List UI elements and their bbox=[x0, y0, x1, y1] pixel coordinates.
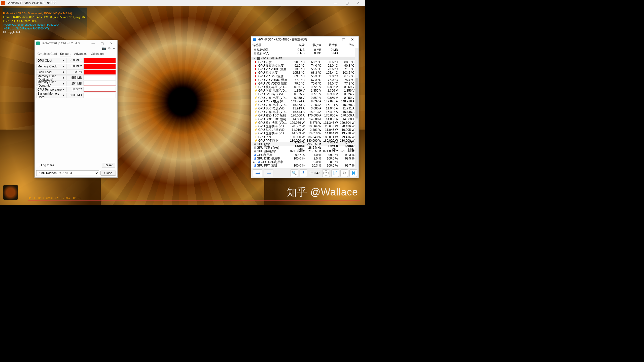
sensor-row[interactable]: ⚡GPU PPT180.000 W36.543 W180.001 W179.41… bbox=[251, 135, 359, 139]
sensor-row[interactable]: ▮GPU VR VDDC 温度73.5 °C55.5 °C73.6 °C71.6… bbox=[251, 67, 359, 71]
volt-icon: ⚡ bbox=[254, 89, 258, 92]
sensor-name: GPU利用率 bbox=[257, 153, 288, 157]
sensor-row[interactable]: ⚡GPU 核心 TDC 限制170.000 A170.000 A170.000 … bbox=[251, 114, 359, 117]
search-icon[interactable]: 🔍 bbox=[291, 169, 298, 177]
maximize-button[interactable]: ▢ bbox=[341, 0, 353, 6]
tab-advanced[interactable]: Advanced bbox=[74, 52, 88, 57]
sensor-row[interactable]: ⚡GPU 内存 电压 (VDDCI_M...0.850 V0.850 V0.85… bbox=[251, 96, 359, 99]
tab-validation[interactable]: Validation bbox=[90, 52, 104, 57]
nav-back-forward-icon[interactable]: ⬅➡ bbox=[253, 169, 262, 177]
sensor-label[interactable]: System Memory Used▼ bbox=[36, 93, 66, 98]
scrollbar[interactable] bbox=[355, 48, 359, 168]
sensor-name: GPU 内存 电压 (VDDIO) bbox=[258, 89, 288, 92]
sensor-row[interactable]: ⚡GPU 内存 电压 (VDDIO)1.356 V1.356 V1.356 V1… bbox=[251, 89, 359, 92]
hwinfo-sensor-body[interactable]: 总计读取0 MB0 MB0 MB总计写入0 MB0 MB0 MB▾GPU [#0… bbox=[251, 48, 359, 168]
sensor-row[interactable]: ⚡GPU 核心电压 (VDDCR_GFX)0.867 V0.729 V0.892… bbox=[251, 85, 359, 89]
sensor-row[interactable]: GPU PPT 限制100.0 %20.3 %100.0 %99.7 % bbox=[251, 164, 359, 167]
sensor-row[interactable]: ⚡GPU 显存功率 (VDDIO)20.552 W10.664 W20.603 … bbox=[251, 125, 359, 128]
sensor-value: 100 % bbox=[66, 69, 84, 75]
close-button-footer[interactable]: Close bbox=[100, 171, 116, 176]
sensor-name: GPU 核心功率 (VDDCR_GFX) bbox=[258, 121, 288, 125]
close-sensors-icon[interactable]: ✖ bbox=[349, 169, 357, 177]
expand-icon[interactable]: ▸ bbox=[253, 160, 255, 164]
close-button[interactable]: ✕ bbox=[348, 37, 357, 42]
sensor-row[interactable]: ▮GPU 热点温度105.3 °C68.3 °C105.4 °C103.5 °C bbox=[251, 71, 359, 74]
sensor-name: GPU VR SoC 温度 bbox=[258, 74, 288, 78]
volt-icon: ⚡ bbox=[254, 110, 258, 113]
sensor-row[interactable]: GPU D3D 使用率100.0 %2.5 %100.0 %99.5 % bbox=[251, 157, 359, 160]
usage-icon bbox=[254, 154, 256, 156]
sensor-row[interactable]: 总计读取0 MB0 MB0 MB bbox=[251, 48, 359, 52]
sensor-label[interactable]: Memory Used (Dynamic)▼ bbox=[36, 81, 66, 86]
hwinfo-column-headers: 传感器 实际 最小值 最大值 平均 bbox=[251, 43, 359, 48]
elapsed-time: 0:10:47 bbox=[310, 171, 320, 175]
collapse-icon[interactable]: ▾ bbox=[252, 57, 257, 60]
sensor-name: GPU D3D利用率 bbox=[261, 160, 288, 164]
sensor-row[interactable]: ▮GPU 温度90.5 °C68.2 °C90.6 °C88.9 °C bbox=[251, 60, 359, 64]
sensor-label[interactable]: CPU Temperature▼ bbox=[36, 87, 66, 92]
furmark-logo-icon bbox=[3, 185, 18, 200]
minimize-button[interactable]: — bbox=[89, 40, 98, 46]
sensor-row[interactable]: ⚡GPU 内存 电流 (VDDCI_M...16.474 A15.313 A16… bbox=[251, 110, 359, 114]
sensor-label[interactable]: Memory Clock▼ bbox=[36, 64, 66, 69]
sensor-row: Memory Clock▼0.0 MHz bbox=[36, 63, 116, 69]
log-to-file-checkbox[interactable]: Log to file bbox=[37, 164, 54, 167]
tab-graphics-card[interactable]: Graphics Card bbox=[37, 52, 57, 57]
nav-expand-icon[interactable]: ⬅➡ bbox=[264, 169, 273, 177]
save-log-icon[interactable]: 📄 bbox=[331, 169, 339, 177]
sensor-label[interactable]: Memory Used (Dedicated)▼ bbox=[36, 75, 66, 81]
gpu-select[interactable]: AMD Radeon RX 5700 XT bbox=[36, 170, 99, 176]
temp-icon: ▮ bbox=[254, 61, 258, 64]
sensor-row[interactable]: ⚡GPU SoC 电压 (VDDCR_S...0.925 V0.778 V0.9… bbox=[251, 92, 359, 96]
sensor-row[interactable]: ▮GPU 显存结点温度92.0 °C74.0 °C92.0 °C90.3 °C bbox=[251, 64, 359, 67]
gpu-section-header[interactable]: ▾GPU [#0]: AMD Radeon R... bbox=[251, 57, 359, 60]
furmark-titlebar[interactable]: Geeks3D FurMark v1.35.0.0 - 96FPS — ▢ ✕ bbox=[0, 0, 365, 6]
sensor-label[interactable]: GPU Load▼ bbox=[36, 69, 66, 75]
sensor-name: GPU SoC 功耗 (VDDCR_S... bbox=[258, 128, 288, 132]
sensor-name: GPU D3D 使用率 bbox=[257, 157, 288, 160]
sensor-row[interactable]: ⚡GPU 内存 电流 (VDDIO)15.153 A7.863 A15.191 … bbox=[251, 103, 359, 107]
usage-icon bbox=[258, 161, 260, 163]
sensor-row[interactable]: ⚡GPU SoC 电流 (VDDCR_S...11.913 A3.085 A11… bbox=[251, 107, 359, 110]
sensor-name: GPU SOC TDC 限制 bbox=[258, 117, 288, 121]
screenshot-icon[interactable]: 📷 bbox=[102, 47, 106, 51]
sensor-row[interactable]: ⚡GPU SoC 功耗 (VDDCR_S...11.019 W2.401 W11… bbox=[251, 128, 359, 132]
sensor-row[interactable]: ⚡GPU Core 电流 (VDDCR_G...149.724 A8.037 A… bbox=[251, 100, 359, 103]
sensor-row[interactable]: ⚡GPU 核心功率 (VDDCR_GFX)129.936 W5.876 W131… bbox=[251, 121, 359, 125]
scrollbar-thumb[interactable] bbox=[355, 78, 358, 118]
sensor-row[interactable]: ⚡GPU SOC TDC 限制14.000 A14.000 A14.000 A1… bbox=[251, 117, 359, 121]
sensor-name: GPU 频率 (有效) bbox=[257, 146, 288, 149]
sensor-row[interactable]: ▮GPU VR SoC 温度69.0 °C55.3 °C69.0 °C67.2 … bbox=[251, 74, 359, 78]
close-button[interactable]: ✕ bbox=[107, 40, 116, 46]
sensor-name: GPU 内存 电压 (VDDCI_M... bbox=[258, 96, 288, 100]
hwinfo-titlebar[interactable]: HWiNFO64 v7.30-4870 - 传感器状态 — ▢ ✕ bbox=[251, 36, 359, 43]
maximize-button[interactable]: ▢ bbox=[339, 37, 348, 42]
sensor-row[interactable]: ▮GPU VR VDDCI 温度79.0 °C70.0 °C79.0 °C77.… bbox=[251, 82, 359, 85]
tab-sensors[interactable]: Sensors bbox=[60, 52, 71, 57]
sensor-label[interactable]: GPU Clock▼ bbox=[36, 58, 66, 63]
sensor-name: 总计写入 bbox=[257, 52, 288, 55]
minimize-button[interactable]: — bbox=[330, 0, 341, 6]
close-button[interactable]: ✕ bbox=[353, 0, 364, 6]
temp-icon: ▮ bbox=[254, 64, 258, 67]
menu-icon[interactable]: ≡ bbox=[113, 47, 115, 51]
sensor-row[interactable]: ▮GPU VR VDDIO 温度77.0 °C67.3 °C77.0 °C75.… bbox=[251, 78, 359, 82]
sensor-row[interactable]: GPU 显存频率871.8 MHz871.8 MHz871.8 MHz871.8… bbox=[251, 149, 359, 153]
sensor-graph bbox=[84, 58, 116, 63]
settings-icon[interactable]: ⚙ bbox=[340, 169, 348, 177]
network-icon[interactable]: 🖧 bbox=[300, 169, 307, 177]
minimize-button[interactable]: — bbox=[330, 37, 339, 42]
sensor-row[interactable]: 总计写入0 MB0 MB0 MB bbox=[251, 52, 359, 55]
sensor-row[interactable]: GPU 频率 (有效)1,566.6 MHz28.5 MHz1,615.5 MH… bbox=[251, 146, 359, 149]
reset-button[interactable]: Reset bbox=[102, 163, 115, 168]
sensor-name: GPU SoC 电流 (VDDCR_S... bbox=[258, 107, 288, 110]
sensor-row[interactable]: ▸GPU D3D利用率0.0 %0.0 % bbox=[251, 160, 359, 164]
sensor-row[interactable]: GPU利用率99.7 %1.0 %99.8 %99.3 % bbox=[251, 153, 359, 156]
clock-icon[interactable] bbox=[322, 169, 330, 177]
sensor-row[interactable]: ⚡GPU 显存功率 (VDDCI_MEM)14.003 W13.016 W14.… bbox=[251, 132, 359, 135]
maximize-button[interactable]: ▢ bbox=[98, 40, 107, 46]
gpuz-footer: AMD Radeon RX 5700 XT Close bbox=[36, 170, 116, 176]
refresh-icon[interactable]: ⟳ bbox=[108, 47, 111, 51]
volt-icon: ⚡ bbox=[254, 93, 258, 96]
gpuz-titlebar[interactable]: TechPowerUp GPU-Z 2.54.0 — ▢ ✕ bbox=[35, 40, 117, 47]
